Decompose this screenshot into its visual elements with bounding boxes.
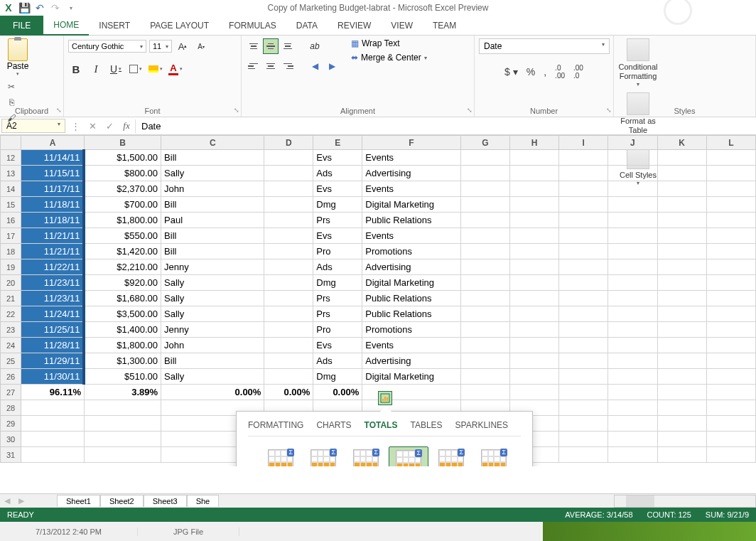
tab-home[interactable]: HOME [43,16,89,36]
cell[interactable]: Jenny [161,259,264,275]
cell[interactable]: $1,680.00 [84,291,161,306]
cell[interactable]: Events [362,150,460,166]
column-header[interactable]: E [313,136,362,150]
cell[interactable] [657,259,706,275]
column-header[interactable]: K [657,136,706,150]
cell[interactable] [84,416,161,432]
cell[interactable]: $700.00 [84,197,161,213]
cell[interactable] [559,369,608,385]
cell[interactable] [608,447,657,463]
cell[interactable] [559,181,608,197]
cell[interactable] [657,306,706,322]
horizontal-scrollbar[interactable] [614,495,756,508]
wrap-text-button[interactable]: ▦Wrap Text [351,38,427,48]
cell[interactable] [264,353,313,369]
column-header[interactable]: H [509,136,558,150]
tab-data[interactable]: DATA [286,16,328,36]
cell[interactable] [706,213,755,228]
tab-file[interactable]: FILE [0,16,43,36]
cell[interactable] [509,259,558,275]
cell[interactable] [559,228,608,244]
insert-function-icon[interactable]: fx [118,120,135,132]
cell[interactable]: Promotions [362,322,460,338]
column-header[interactable]: L [706,136,755,150]
row-header[interactable]: 15 [1,197,21,213]
cell[interactable]: John [161,338,264,353]
cell[interactable] [559,244,608,259]
cell[interactable] [657,400,706,416]
cell[interactable]: 11/21/11 [21,228,85,244]
qa-item-running-total[interactable]: Σ Running Total [431,446,471,466]
cell[interactable] [706,244,755,259]
cell[interactable]: Bill [161,244,264,259]
column-header[interactable]: C [161,136,264,150]
cell[interactable] [264,228,313,244]
cell[interactable] [657,416,706,432]
cell[interactable]: 3.89% [84,385,161,400]
cell[interactable]: Sally [161,275,264,291]
tab-team[interactable]: TEAM [423,16,466,36]
font-color-button[interactable]: A [168,61,183,77]
cell[interactable] [264,181,313,197]
sheet-tab[interactable]: Sheet1 [57,495,100,507]
cell[interactable] [264,291,313,306]
cell[interactable]: 11/14/11 [21,150,85,166]
cell[interactable]: Ads [313,353,362,369]
cut-icon[interactable]: ✂ [4,80,18,94]
cell[interactable] [509,385,558,400]
cell[interactable] [608,259,657,275]
undo-icon[interactable]: ↶ [33,1,47,15]
cell[interactable] [460,166,509,181]
cell[interactable] [84,400,161,416]
cell[interactable]: Pro [313,322,362,338]
cell[interactable] [509,150,558,166]
cell[interactable] [559,213,608,228]
cell[interactable] [608,166,657,181]
qa-item-count[interactable]: Σ Count [346,446,386,466]
cell[interactable] [706,400,755,416]
cell[interactable] [264,369,313,385]
cell[interactable] [460,275,509,291]
number-format-combo[interactable]: Date▾ [479,38,610,54]
align-center-icon[interactable] [263,58,279,74]
cell[interactable] [706,150,755,166]
cell[interactable] [509,306,558,322]
row-header[interactable]: 18 [1,244,21,259]
row-header[interactable]: 19 [1,259,21,275]
select-all-corner[interactable] [1,136,21,150]
cell[interactable] [657,432,706,447]
cell[interactable] [706,291,755,306]
column-header[interactable]: G [460,136,509,150]
cell[interactable]: 0.00% [161,385,264,400]
qa-tab-tables[interactable]: TABLES [410,420,442,430]
cell[interactable] [460,291,509,306]
cell[interactable]: Pro [313,244,362,259]
tab-review[interactable]: REVIEW [328,16,381,36]
row-header[interactable]: 22 [1,306,21,322]
cell[interactable] [608,432,657,447]
cell[interactable]: Sally [161,306,264,322]
cell[interactable]: Public Relations [362,306,460,322]
row-header[interactable]: 28 [1,400,21,416]
cell[interactable] [608,181,657,197]
cell[interactable]: Evs [313,228,362,244]
column-header[interactable]: J [608,136,657,150]
cell[interactable] [559,275,608,291]
cell[interactable] [559,322,608,338]
cell[interactable] [264,322,313,338]
column-header[interactable]: D [264,136,313,150]
cell[interactable] [657,322,706,338]
cell[interactable] [657,213,706,228]
qa-item---total[interactable]: Σ % Total [389,446,428,466]
cell[interactable]: Public Relations [362,291,460,306]
cell[interactable]: 11/29/11 [21,353,85,369]
cell[interactable] [509,353,558,369]
expand-formula-icon[interactable]: ⋮ [67,121,84,132]
row-header[interactable]: 27 [1,385,21,400]
column-header[interactable]: A [21,136,85,150]
cell[interactable] [460,213,509,228]
row-header[interactable]: 29 [1,416,21,432]
cell[interactable] [21,432,85,447]
align-bottom-icon[interactable] [280,38,296,54]
cell[interactable] [559,338,608,353]
